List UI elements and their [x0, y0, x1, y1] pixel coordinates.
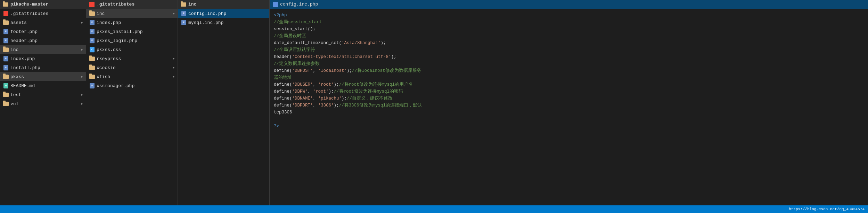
- tree-item-rkeypress[interactable]: rkeypress: [86, 54, 178, 63]
- tree-item-label: assets: [10, 20, 27, 25]
- panel2-content: inc index.php pkxss_install.php pkxss_lo…: [86, 9, 178, 205]
- arrow-right-icon: [173, 11, 175, 16]
- panel-gitattributes: .gitattributes inc index.php pkxss_insta…: [86, 0, 178, 205]
- panel1-title: pikachu-master: [10, 2, 48, 7]
- code-line-12: define('DBPW', 'root');//将root修改为连接mysql…: [274, 88, 864, 95]
- tree-item-xfish[interactable]: xfish: [86, 72, 178, 81]
- git-icon: [89, 2, 95, 7]
- tree-item-label: header.php: [10, 38, 38, 43]
- tree-item-label: rkeypress: [97, 56, 121, 61]
- code-line-4: //全局居设时区: [274, 33, 864, 40]
- code-line-7: header('Content-type:text/html;charset=u…: [274, 53, 864, 60]
- folder-icon: [3, 2, 8, 7]
- code-line-1: <?php: [274, 12, 864, 19]
- tree-item-pkxss-login[interactable]: pkxss_login.php: [86, 36, 178, 45]
- tree-item-label: mysql.inc.php: [188, 20, 223, 25]
- tree-item-label: xfish: [97, 74, 110, 79]
- tree-item-readme[interactable]: README.md: [0, 81, 86, 90]
- tree-item-index[interactable]: index.php: [0, 54, 86, 63]
- tree-item-label: install.php: [10, 65, 40, 70]
- folder-icon: [89, 65, 95, 71]
- folder-icon: [89, 10, 95, 17]
- tree-item-vul[interactable]: vul: [0, 99, 86, 108]
- folder-icon: [89, 74, 95, 80]
- code-line-10: 器的地址: [274, 74, 864, 81]
- tree-item-config-inc[interactable]: config.inc.php: [178, 9, 269, 18]
- php-icon: [273, 2, 278, 7]
- code-line-16: [274, 116, 864, 123]
- php-icon: [3, 65, 9, 71]
- tree-item-gitattributes[interactable]: .gitattributes: [0, 9, 86, 18]
- folder-icon: [3, 101, 9, 107]
- tree-item-test[interactable]: test: [0, 90, 86, 99]
- tree-item-label: xssmanager.php: [97, 83, 134, 88]
- tree-item-pkxss-css[interactable]: pkxss.css: [86, 45, 178, 54]
- tree-item-label: inc: [97, 11, 105, 16]
- arrow-right-icon: [173, 57, 175, 61]
- panel3-title: inc: [188, 2, 196, 7]
- folder-icon: [3, 74, 9, 80]
- tree-item-label: footer.php: [10, 29, 38, 34]
- code-line-9: define('DBHOST', 'localhost');//将localho…: [274, 67, 864, 74]
- tree-item-label: pkxss.css: [97, 47, 121, 52]
- tree-item-xssmanager[interactable]: xssmanager.php: [86, 81, 178, 90]
- panel1-header: pikachu-master: [0, 0, 86, 9]
- git-icon: [3, 10, 9, 17]
- code-line-5: date_default_timezone_set('Asia/Shanghai…: [274, 40, 864, 46]
- code-line-3: session_start();: [274, 26, 864, 33]
- tree-item-header[interactable]: header.php: [0, 36, 86, 45]
- panel-inc: inc config.inc.php mysql.inc.php: [178, 0, 270, 205]
- tree-item-pkxss[interactable]: pkxss: [0, 72, 86, 81]
- file-explorer: pikachu-master .gitattributes assets foo…: [0, 0, 868, 205]
- tree-item-label: .gitattributes: [10, 11, 48, 16]
- csdn-link[interactable]: https://blog.csdn.net/qq_43434574: [789, 207, 865, 211]
- tree-item-mysql-inc[interactable]: mysql.inc.php: [178, 18, 269, 27]
- arrow-right-icon: [81, 102, 83, 106]
- folder-icon: [181, 2, 186, 7]
- php-icon: [89, 83, 95, 89]
- tree-item-label: README.md: [10, 83, 35, 88]
- code-line-13: define('DBNAME', 'pikachu');//自定义，建议不修改: [274, 95, 864, 102]
- php-icon: [89, 37, 95, 44]
- tree-item-label: xcookie: [97, 65, 116, 70]
- code-filename: config.inc.php: [280, 2, 318, 7]
- code-line-17: ?>: [274, 123, 864, 130]
- code-line-8: //定义数据库连接参数: [274, 60, 864, 67]
- folder-icon: [3, 92, 9, 98]
- tree-item-assets[interactable]: assets: [0, 18, 86, 27]
- arrow-right-icon: [81, 48, 83, 52]
- panel1-content: .gitattributes assets footer.php header.…: [0, 9, 86, 205]
- code-line-15: tcp3306: [274, 109, 864, 116]
- status-bar: https://blog.csdn.net/qq_43434574: [0, 205, 868, 213]
- arrow-right-icon: [81, 20, 83, 25]
- tree-item-label: pkxss: [10, 74, 24, 79]
- tree-item-inc[interactable]: inc: [86, 9, 178, 18]
- css-icon: [89, 46, 95, 53]
- tree-item-label: config.inc.php: [188, 11, 226, 16]
- code-line-14: define('DBPORT', '3306');//将3306修改为mysql…: [274, 102, 864, 109]
- code-header: config.inc.php: [270, 0, 868, 9]
- code-content[interactable]: <?php //全局session_start session_start();…: [270, 9, 868, 205]
- tree-item-label: index.php: [10, 56, 35, 61]
- panel2-title: .gitattributes: [97, 2, 134, 7]
- tree-item-index[interactable]: index.php: [86, 18, 178, 27]
- php-icon: [3, 37, 9, 44]
- tree-item-install[interactable]: install.php: [0, 63, 86, 72]
- tree-item-xcookie[interactable]: xcookie: [86, 63, 178, 72]
- tree-item-label: vul: [10, 101, 18, 106]
- code-line-11: define('DBUSER', 'root');//将root修改为连接mys…: [274, 81, 864, 88]
- tree-item-footer[interactable]: footer.php: [0, 27, 86, 36]
- php-icon: [3, 28, 9, 35]
- arrow-right-icon: [173, 66, 175, 70]
- php-icon: [89, 19, 95, 26]
- arrow-right-icon: [81, 75, 83, 79]
- tree-item-label: inc: [10, 47, 18, 52]
- tree-item-inc[interactable]: inc: [0, 45, 86, 54]
- panel2-header: .gitattributes: [86, 0, 178, 9]
- tree-item-label: index.php: [97, 20, 121, 25]
- tree-item-pkxss-install[interactable]: pkxss_install.php: [86, 27, 178, 36]
- code-editor: config.inc.php <?php //全局session_start s…: [270, 0, 868, 205]
- folder-icon: [89, 56, 95, 62]
- code-line-2: //全局session_start: [274, 19, 864, 26]
- php-icon: [181, 19, 187, 26]
